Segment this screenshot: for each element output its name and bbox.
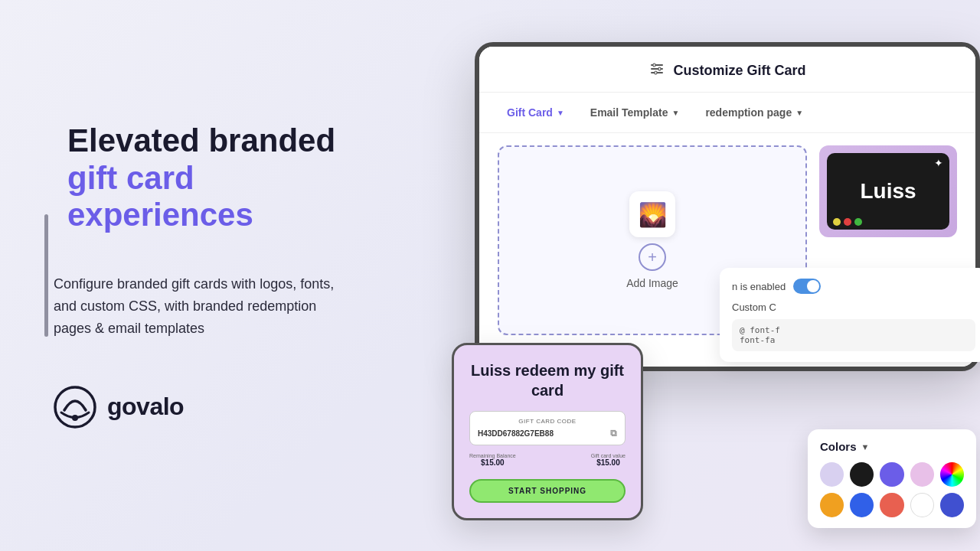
color-swatch-rainbow[interactable] <box>940 462 964 487</box>
headline-line1: Elevated branded <box>67 122 352 159</box>
copy-icon[interactable]: ⧉ <box>610 428 617 439</box>
gift-card-value-label: Gift card value <box>591 453 626 458</box>
customize-icon <box>648 60 665 81</box>
css-line2: font-fa <box>740 335 968 345</box>
color-swatch-black[interactable] <box>850 462 874 487</box>
logo-area: govalo <box>54 386 352 429</box>
svg-rect-6 <box>658 67 661 70</box>
css-enabled-row: n is enabled <box>732 279 975 294</box>
luiss-card-inner: Luiss ✦ <box>827 153 949 230</box>
gift-card-code-label: GIFT CARD CODE <box>478 418 617 425</box>
govalo-logo-icon <box>54 386 96 429</box>
tab-email-template-chevron: ▼ <box>671 109 679 117</box>
logo-text: govalo <box>107 393 184 421</box>
css-toggle-dot <box>807 280 819 292</box>
tab-redemption-page[interactable]: redemption page ▼ <box>696 102 812 123</box>
colors-header: Colors ▼ <box>820 440 964 453</box>
tab-email-template[interactable]: Email Template ▼ <box>581 102 689 123</box>
plus-circle-icon[interactable]: + <box>639 243 666 271</box>
remaining-balance-label: Remaining Balance <box>469 453 516 458</box>
gift-card-value: $15.00 <box>591 458 626 467</box>
gift-card-code-value: H43DD67882G7EB88 ⧉ <box>478 428 617 439</box>
svg-point-1 <box>72 415 78 421</box>
remaining-balance-value: $15.00 <box>469 458 516 467</box>
tab-gift-card[interactable]: Gift Card ▼ <box>498 102 573 123</box>
description: Configure branded gift cards with logos,… <box>54 273 352 339</box>
colors-row-1 <box>820 462 964 487</box>
css-enabled-label: n is enabled <box>732 281 786 292</box>
color-swatch-white[interactable] <box>910 493 934 517</box>
left-section: Elevated branded gift card experiences C… <box>0 0 398 551</box>
luiss-dot-1 <box>833 218 841 226</box>
custom-css-label: Custom C <box>732 302 975 313</box>
headline: Elevated branded gift card experiences <box>54 122 352 233</box>
redemption-panel: Luiss redeem my gift card GIFT CARD CODE… <box>452 343 643 520</box>
gift-card-code-box: GIFT CARD CODE H43DD67882G7EB88 ⧉ <box>469 411 626 445</box>
headline-line2: gift card experiences <box>67 160 352 234</box>
svg-point-0 <box>55 387 95 427</box>
tab-email-template-label: Email Template <box>590 106 668 119</box>
luiss-gift-card: Luiss ✦ <box>819 145 957 237</box>
css-textarea[interactable]: @ font-f font-fa <box>732 319 975 351</box>
luiss-dot-3 <box>854 218 862 226</box>
css-toggle[interactable] <box>793 279 821 294</box>
luiss-text: Luiss <box>860 179 916 204</box>
tab-gift-card-label: Gift Card <box>507 106 553 119</box>
color-swatch-pink[interactable] <box>910 462 934 487</box>
colors-grid <box>820 462 964 517</box>
window-header: Customize Gift Card <box>479 47 975 93</box>
colors-row-2 <box>820 493 964 517</box>
window-tabs[interactable]: Gift Card ▼ Email Template ▼ redemption … <box>479 93 975 133</box>
redemption-title: Luiss redeem my gift card <box>469 360 626 400</box>
right-section: Customize Gift Card Gift Card ▼ Email Te… <box>444 31 980 536</box>
luiss-dot-2 <box>844 218 851 226</box>
add-image-label: Add Image <box>626 277 678 289</box>
colors-title: Colors <box>820 440 857 453</box>
luiss-dots <box>833 218 862 226</box>
color-swatch-orange[interactable] <box>820 493 844 517</box>
css-panel: n is enabled Custom C @ font-f font-fa <box>720 268 980 362</box>
tab-gift-card-chevron: ▼ <box>557 109 564 117</box>
color-swatch-purple[interactable] <box>880 462 903 487</box>
tab-redemption-page-chevron: ▼ <box>795 109 803 117</box>
colors-panel: Colors ▼ <box>808 429 976 528</box>
svg-rect-7 <box>655 71 657 74</box>
accent-line <box>44 214 48 337</box>
code-text: H43DD67882G7EB88 <box>478 429 554 438</box>
svg-rect-5 <box>653 64 655 67</box>
colors-chevron[interactable]: ▼ <box>861 442 870 452</box>
remaining-balance-item: Remaining Balance $15.00 <box>469 453 516 467</box>
add-image-icon-container: 🌄 <box>629 191 675 237</box>
start-shopping-button[interactable]: START SHOPPING <box>469 479 626 503</box>
color-swatch-lavender[interactable] <box>820 462 844 487</box>
balance-row: Remaining Balance $15.00 Gift card value… <box>469 453 626 467</box>
css-line1: @ font-f <box>740 325 968 335</box>
luiss-sparkle-icon: ✦ <box>934 157 943 169</box>
tab-redemption-page-label: redemption page <box>705 106 792 119</box>
image-icon: 🌄 <box>639 201 667 228</box>
color-swatch-coral[interactable] <box>880 493 903 517</box>
window-title: Customize Gift Card <box>673 63 805 79</box>
color-swatch-blue[interactable] <box>850 493 874 517</box>
color-swatch-dark-blue[interactable] <box>940 493 964 517</box>
gift-card-value-item: Gift card value $15.00 <box>591 453 626 467</box>
